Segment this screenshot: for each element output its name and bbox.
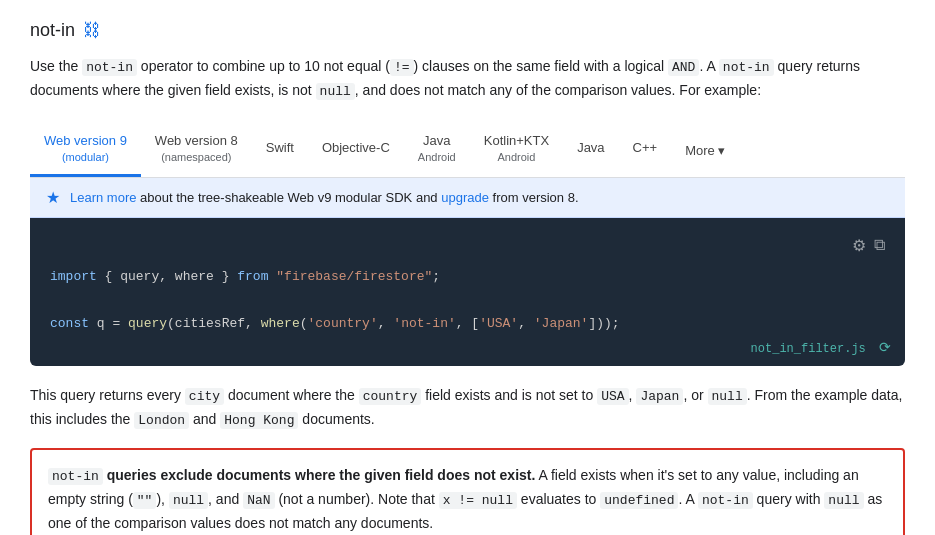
inline-code-london: London [134,412,189,429]
banner-text: Learn more about the tree-shakeable Web … [70,190,579,205]
tabs-list: Web version 9 (modular) Web version 8 (n… [30,123,905,177]
inline-code-not-in-1: not-in [82,59,137,76]
star-icon: ★ [46,188,60,207]
inline-code-undefined: undefined [600,492,678,509]
tab-web-v9[interactable]: Web version 9 (modular) [30,123,141,177]
tab-java-android-label: Java [418,133,456,150]
learn-more-link[interactable]: Learn more [70,190,136,205]
tab-more[interactable]: More ▾ [671,133,739,168]
code-line-2 [50,289,885,312]
heading-title: not-in [30,20,75,41]
inline-code-not-in-warning: not-in [48,468,103,485]
tab-objective-c-label: Objective-C [322,140,390,157]
inline-code-and: AND [668,59,699,76]
code-line-1: import { query, where } from "firebase/f… [50,265,885,288]
inline-code-not-in-3: not-in [698,492,753,509]
warning-bold-text: queries exclude documents where the give… [107,467,536,483]
info-banner: ★ Learn more about the tree-shakeable We… [30,178,905,218]
tab-swift[interactable]: Swift [252,130,308,170]
code-block-header: ⚙ ⧉ [50,236,885,255]
section-heading: not-in ⛓ [30,20,905,41]
inline-code-neq: != [390,59,414,76]
upgrade-link[interactable]: upgrade [441,190,489,205]
code-block: ⚙ ⧉ import { query, where } from "fireba… [30,218,905,365]
tab-objective-c[interactable]: Objective-C [308,130,404,170]
tab-cpp[interactable]: C++ [619,130,672,170]
code-filename-text: not_in_filter.js [751,342,866,356]
tab-web-v8-sub: (namespaced) [155,150,238,164]
inline-code-country: country [359,388,422,405]
code-filename: not_in_filter.js ⟳ [751,339,891,356]
tab-web-v8[interactable]: Web version 8 (namespaced) [141,123,252,177]
inline-code-not-in-2: not-in [719,59,774,76]
code-line-3: const q = query(citiesRef, where('countr… [50,312,885,335]
tab-java[interactable]: Java [563,130,618,170]
chevron-down-icon: ▾ [718,143,725,158]
warning-box: not-in queries exclude documents where t… [30,448,905,535]
inline-code-null-3: null [169,492,208,509]
tab-java-label: Java [577,140,604,157]
inline-code-usa: USA [597,388,628,405]
inline-code-empty-string: "" [133,492,157,509]
after-code-paragraph: This query returns every city document w… [30,384,905,432]
inline-code-nan: NaN [243,492,274,509]
inline-code-expr: x != null [439,492,517,509]
tab-web-v9-sub: (modular) [44,150,127,164]
copy-icon[interactable]: ⧉ [874,236,885,255]
inline-code-null-2: null [708,388,747,405]
tab-web-v9-label: Web version 9 [44,133,127,150]
tab-kotlin-ktx-sub: Android [484,150,549,164]
inline-code-hong-kong: Hong Kong [220,412,298,429]
tab-kotlin-ktx[interactable]: Kotlin+KTX Android [470,123,563,177]
description-paragraph: Use the not-in operator to combine up to… [30,55,905,103]
tab-java-android[interactable]: Java Android [404,123,470,177]
inline-code-null-4: null [824,492,863,509]
inline-code-japan: Japan [636,388,683,405]
tabs-container: Web version 9 (modular) Web version 8 (n… [30,123,905,178]
inline-code-null-1: null [316,83,355,100]
inline-code-city: city [185,388,224,405]
settings-icon[interactable]: ⚙ [852,236,866,255]
tab-kotlin-ktx-label: Kotlin+KTX [484,133,549,150]
tab-more-label: More [685,143,715,158]
github-icon[interactable]: ⟳ [879,340,891,356]
tab-java-android-sub: Android [418,150,456,164]
tab-swift-label: Swift [266,140,294,157]
tab-web-v8-label: Web version 8 [155,133,238,150]
link-chain-icon[interactable]: ⛓ [83,20,101,41]
tab-cpp-label: C++ [633,140,658,157]
